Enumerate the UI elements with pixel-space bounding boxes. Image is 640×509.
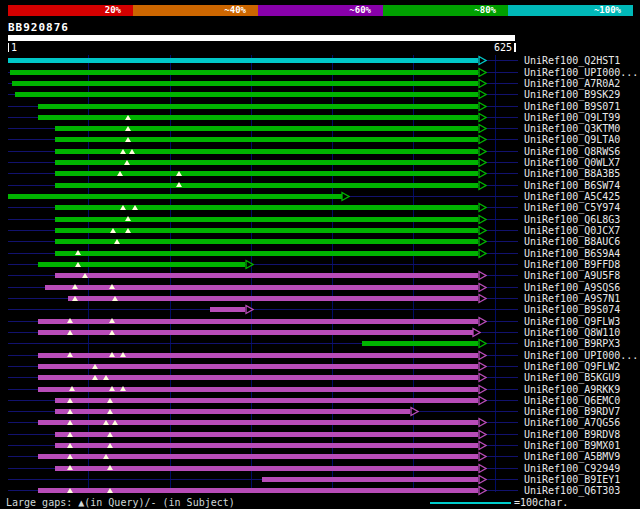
hit-label[interactable]: UniRef100_B9S074 — [524, 304, 620, 315]
hit-label[interactable]: UniRef100_B8A3B5 — [524, 168, 620, 179]
arrowhead-icon — [478, 236, 487, 247]
track-baseline — [8, 309, 518, 310]
hit-label[interactable]: UniRef100_B9S071 — [524, 101, 620, 112]
hit-label[interactable]: UniRef100_B9IEY1 — [524, 474, 620, 485]
hit-label[interactable]: UniRef100_Q3KTM0 — [524, 123, 620, 134]
alignment-bar[interactable] — [15, 92, 478, 97]
alignment-bar[interactable] — [55, 228, 478, 233]
alignment-bar[interactable] — [38, 319, 478, 324]
hit-label[interactable]: UniRef100_B6S9A4 — [524, 248, 620, 259]
hit-label[interactable]: UniRef100_A5C425 — [524, 191, 620, 202]
gap-marker-icon — [82, 273, 88, 278]
scale-ruler-label: =100char. — [514, 497, 568, 508]
alignment-bar[interactable] — [262, 477, 478, 482]
hit-label[interactable]: UniRef100_A7R0A2 — [524, 78, 620, 89]
gap-marker-icon — [107, 488, 113, 493]
arrowhead-icon — [478, 293, 487, 304]
hit-label[interactable]: UniRef100_Q2HST1 — [524, 55, 620, 66]
gap-marker-icon — [103, 454, 109, 459]
hit-label[interactable]: UniRef100_A9RKK9 — [524, 384, 620, 395]
hit-label[interactable]: UniRef100_A9S7N1 — [524, 293, 620, 304]
alignment-bar[interactable] — [38, 115, 478, 120]
hit-label[interactable]: UniRef100_B5KGU9 — [524, 372, 620, 383]
gap-marker-icon — [132, 205, 138, 210]
hit-label[interactable]: UniRef100_B9RPX3 — [524, 338, 620, 349]
gap-marker-icon — [67, 488, 73, 493]
hit-label[interactable]: UniRef100_Q9FLW3 — [524, 316, 620, 327]
gap-marker-icon — [67, 318, 73, 323]
alignment-bar[interactable] — [38, 262, 245, 267]
gap-marker-icon — [112, 296, 118, 301]
hit-label[interactable]: UniRef100_Q8RWS6 — [524, 146, 620, 157]
alignment-bar[interactable] — [38, 488, 478, 493]
hit-label[interactable]: UniRef100_A9U5F8 — [524, 270, 620, 281]
hit-label[interactable]: UniRef100_B8AUC6 — [524, 236, 620, 247]
alignment-bar[interactable] — [10, 70, 479, 75]
hit-label[interactable]: UniRef100_Q6L8G3 — [524, 214, 620, 225]
hit-label[interactable]: UniRef100_B9RDV7 — [524, 406, 620, 417]
alignment-bar[interactable] — [55, 160, 478, 165]
hit-label[interactable]: UniRef100_Q9LT99 — [524, 112, 620, 123]
alignment-bar[interactable] — [12, 81, 478, 86]
alignment-bar[interactable] — [38, 353, 478, 358]
alignment-bar[interactable] — [55, 205, 478, 210]
hit-label[interactable]: UniRef100_Q9FLW2 — [524, 361, 620, 372]
alignment-bar[interactable] — [8, 58, 478, 63]
arrowhead-icon — [478, 474, 487, 485]
hit-label[interactable]: UniRef100_C92949 — [524, 463, 620, 474]
gap-marker-icon — [125, 126, 131, 131]
hit-label[interactable]: UniRef100_UPI000... — [524, 350, 638, 361]
alignment-bar[interactable] — [38, 387, 478, 392]
hit-label[interactable]: UniRef100_Q0JCX7 — [524, 225, 620, 236]
arrowhead-icon — [478, 429, 487, 440]
hit-label[interactable]: UniRef100_Q0WLX7 — [524, 157, 620, 168]
alignment-bar[interactable] — [362, 341, 478, 346]
hit-label[interactable]: UniRef100_A9SQS6 — [524, 282, 620, 293]
hit-label[interactable]: UniRef100_UPI000... — [524, 67, 638, 78]
hit-label[interactable]: UniRef100_Q6EMC0 — [524, 395, 620, 406]
alignment-bar[interactable] — [210, 307, 245, 312]
hit-label[interactable]: UniRef100_C5Y974 — [524, 202, 620, 213]
gap-marker-icon — [120, 149, 126, 154]
alignment-bar[interactable] — [55, 273, 478, 278]
hit-label[interactable]: UniRef100_A5BMV9 — [524, 451, 620, 462]
gap-marker-icon — [129, 149, 135, 154]
arrowhead-icon — [478, 338, 487, 349]
alignment-bar[interactable] — [55, 137, 478, 142]
arrowhead-icon — [478, 395, 487, 406]
arrowhead-icon — [478, 316, 487, 327]
alignment-bar[interactable] — [55, 466, 478, 471]
alignment-bar[interactable] — [55, 183, 478, 188]
hit-label[interactable]: UniRef100_B9RDV8 — [524, 429, 620, 440]
alignment-bar[interactable] — [55, 432, 478, 437]
hit-label[interactable]: UniRef100_B6SW74 — [524, 180, 620, 191]
hit-label[interactable]: UniRef100_B9FFD8 — [524, 259, 620, 270]
gap-marker-icon — [117, 171, 123, 176]
alignment-bar[interactable] — [55, 217, 478, 222]
hit-label[interactable]: UniRef100_Q6T303 — [524, 485, 620, 496]
hit-label[interactable]: UniRef100_B9SK29 — [524, 89, 620, 100]
alignment-bar[interactable] — [38, 330, 473, 335]
arrowhead-icon — [245, 259, 254, 270]
hit-label[interactable]: UniRef100_Q9LTA0 — [524, 134, 620, 145]
alignment-bar[interactable] — [55, 398, 478, 403]
alignment-bar[interactable] — [55, 149, 478, 154]
alignment-bar[interactable] — [38, 104, 478, 109]
gap-marker-icon — [120, 352, 126, 357]
hit-label[interactable]: UniRef100_A7QG56 — [524, 417, 620, 428]
alignment-bar[interactable] — [38, 364, 478, 369]
alignment-bar[interactable] — [55, 443, 478, 448]
alignment-bar[interactable] — [55, 126, 478, 131]
arrowhead-icon — [478, 202, 487, 213]
hit-label[interactable]: UniRef100_B9MX01 — [524, 440, 620, 451]
gap-marker-icon — [67, 409, 73, 414]
alignment-bar[interactable] — [8, 194, 342, 199]
alignment-bar[interactable] — [55, 251, 478, 256]
alignment-bar[interactable] — [68, 296, 478, 301]
gap-marker-icon — [124, 160, 130, 165]
arrowhead-icon — [478, 463, 487, 474]
hit-label[interactable]: UniRef100_Q8W110 — [524, 327, 620, 338]
gap-marker-icon — [67, 443, 73, 448]
gap-marker-icon — [107, 409, 113, 414]
gap-marker-icon — [107, 443, 113, 448]
